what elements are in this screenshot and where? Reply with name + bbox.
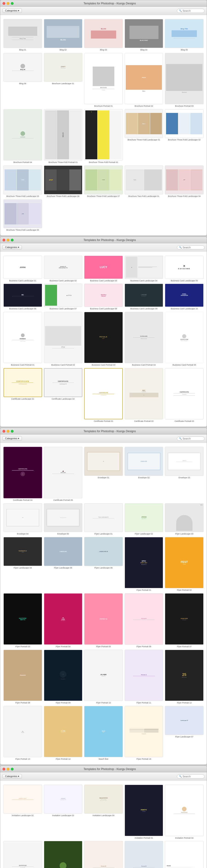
list-item[interactable]: ROYALE 16 Business Card Portrait 03 <box>84 312 123 366</box>
search-box-2[interactable]: 🔍 <box>177 245 205 249</box>
list-item[interactable]: CERTIFICATE of Achievement Certificate L… <box>3 368 42 423</box>
list-item[interactable]: FLYER Portrait 14 Flyer Portrait 14 <box>44 706 83 761</box>
list-item[interactable]: LANDSCAPE Flyer Landscape 05 <box>44 537 83 591</box>
close-button[interactable] <box>2 430 5 433</box>
close-button[interactable] <box>2 239 5 242</box>
search-input-4[interactable] <box>183 775 203 778</box>
list-item[interactable]: BLOG POST Blog 04 <box>125 19 163 51</box>
list-item[interactable]: EPIC PARTY 2017 AUGUST 01 Flyer Portrait… <box>125 537 163 591</box>
list-item[interactable]: CERTIFICATE Landscape 02 Certificate Lan… <box>44 368 83 423</box>
close-button[interactable] <box>2 768 5 771</box>
list-item[interactable]: JOGA yoga fitness Flyer Landscape 02 <box>125 503 163 535</box>
search-box-3[interactable]: 🔍 <box>177 436 205 441</box>
list-item[interactable]: 🚲 FLYER Flyer Portrait 13 <box>3 706 42 761</box>
search-box-1[interactable]: 🔍 <box>177 9 205 13</box>
list-item[interactable]: Portrait 11 Flyer Portrait 11 <box>125 650 163 704</box>
list-item[interactable]: PIZZA Menu Brochure Portrait 02 <box>125 53 163 107</box>
list-item[interactable]: CERTIFICATE Portrait 03 Certificate Port… <box>165 368 204 423</box>
list-item[interactable]: L'AMOUR Envelope 03 <box>165 447 204 501</box>
minimize-button[interactable] <box>7 2 9 5</box>
minimize-button[interactable] <box>7 768 9 771</box>
maximize-button[interactable] <box>11 2 14 5</box>
list-item[interactable]: WeddingPlanner Business Card Landscape 0… <box>84 284 123 310</box>
list-item[interactable]: ✕ CUISINE Business Card Landscape 05 <box>165 256 204 282</box>
list-item[interactable]: Portrait 08 Flyer Portrait 08 <box>3 650 42 704</box>
list-item[interactable]: FEST festival Flyer Portrait 02 <box>165 537 204 591</box>
list-item[interactable]: Landscape 07 Flyer Landscape 07 <box>165 706 204 761</box>
list-item[interactable]: A Brochure Three-Fold Portrait 02 <box>84 109 123 164</box>
list-item[interactable]: ELECTRONICBEAT DJ Flyer Portrait 03 <box>3 593 42 648</box>
categories-button[interactable]: Categories ▾ <box>2 8 22 13</box>
list-item[interactable]: Invoice Invoice 01 <box>165 841 204 868</box>
list-item[interactable]: FOOD FOOD restaurant Flyer Portrait 07 <box>165 593 204 648</box>
maximize-button[interactable] <box>11 768 14 771</box>
list-item[interactable]: ✉ Envelope 01 <box>84 447 123 501</box>
list-item[interactable]: Portrait 16 Flyer Portrait 16 <box>125 706 163 761</box>
list-item[interactable]: BUSINESS Card Portrait Business Card Por… <box>3 312 42 366</box>
list-item[interactable]: .anew. Business Card Landscape 01 <box>3 256 42 282</box>
list-item[interactable]: DEGUSTATION OCT 01 2015 Room 4pm 7pm Inv… <box>84 785 123 839</box>
list-item[interactable]: CRAFT Brochure Brochure Landscape 01 <box>44 53 83 107</box>
list-item[interactable]: ENVELOPE 05 Envelope 05 <box>44 503 83 535</box>
categories-button-3[interactable]: Categories ▾ <box>2 436 22 441</box>
list-item[interactable]: SURNAME Business Card Business Card Port… <box>125 312 163 366</box>
maximize-button[interactable] <box>11 430 14 433</box>
maximize-button[interactable] <box>11 239 14 242</box>
list-item[interactable]: BLOG Blog 02 <box>44 19 83 51</box>
list-item[interactable]: 40ANNI VERSARY Flyer Portrait 04 <box>44 593 83 648</box>
list-item[interactable]: GARDEN Brochure Portrait 04 <box>3 109 42 164</box>
list-item[interactable]: Menu Brochure Three-Fold Landscape 01 <box>125 109 163 164</box>
list-item[interactable]: LAKESIDE landscapes Business Card Landsc… <box>125 284 163 310</box>
list-item[interactable]: STYLE Business Card Portrait 02 <box>44 312 83 366</box>
minimize-button[interactable] <box>7 239 9 242</box>
list-item[interactable]: NOTARE Brochure Three-Fold Portrait 01 <box>44 109 83 164</box>
list-item[interactable]: Portrait 06 Invitation Portrait 06 <box>125 841 163 868</box>
list-item[interactable]: THREE Brochure Three-Fold Landscape 03 <box>3 165 42 197</box>
list-item[interactable]: 🎩DIPLOMA Certificate Portrait 05 <box>44 447 83 501</box>
list-item[interactable]: LAW Brochure Three-Fold Landscape 05 <box>3 199 42 231</box>
list-item[interactable]: Brochure Three-Fold Landscape 02 <box>165 109 204 164</box>
search-input-2[interactable] <box>183 246 203 249</box>
list-item[interactable]: 50% Flyer Landscape 03 <box>165 503 204 535</box>
list-item[interactable]: SPORT Brochure Three-Fold Landscape 06 <box>44 165 83 197</box>
list-item[interactable]: INVITATION Portrait 03 Invitation Portra… <box>3 841 42 868</box>
minimize-button[interactable] <box>7 430 9 433</box>
list-item[interactable]: Portrait 05 Invitation Portrait 05 <box>84 841 123 868</box>
list-item[interactable]: INVITATION Invitation Portrait 04 <box>165 785 204 839</box>
list-item[interactable]: ◼ Business Card Landscape 04 <box>125 256 163 282</box>
categories-button-4[interactable]: Categories ▾ <box>2 774 22 778</box>
list-item[interactable]: Portrait 06 Flyer Portrait 06 <box>125 593 163 648</box>
list-item[interactable]: beach fest beach fest <box>84 706 123 761</box>
list-item[interactable]: CERTIFICATE of Excellence Certificate Po… <box>84 368 123 423</box>
list-item[interactable]: ENVELOPE Envelope 02 <box>125 447 163 501</box>
list-item[interactable]: CERTIFICATE 1 Certificate Portrait 04 <box>3 447 42 501</box>
list-item[interactable]: BROCHURE Portfolio Brochure Portrait 01 <box>84 53 123 107</box>
list-item[interactable]: SPA Brochure Three-Fold Landscape 04 <box>165 165 204 197</box>
list-item[interactable]: queens &ARCHITECTS Business Card Landsca… <box>44 256 83 282</box>
search-input-1[interactable] <box>183 9 203 12</box>
close-button[interactable] <box>2 2 5 5</box>
categories-button-2[interactable]: Categories ▾ <box>2 245 22 249</box>
list-item[interactable]: PORTRAIT 05 Flyer Portrait 05 <box>84 593 123 648</box>
list-item[interactable]: DANIELJOHANSSON + Business Card Landscap… <box>165 284 204 310</box>
list-item[interactable]: TWO Brochure Two-Fold Landscape 01 <box>125 165 163 197</box>
list-item[interactable]: ▶ STYLE Business Card Landscape 07 <box>44 284 83 310</box>
list-item[interactable]: BC Business Card Landscape 06 <box>3 284 42 310</box>
list-item[interactable]: FOOD Brochure Three-Fold Landscape 07 <box>84 165 123 197</box>
list-item[interactable]: PARTY invitation Invitation Portrait 01 <box>125 785 163 839</box>
list-item[interactable]: handwerk.in crafts Flyer Landscape 04 <box>3 537 42 591</box>
search-box-4[interactable]: 🔍 <box>177 774 205 778</box>
list-item[interactable]: BEST Certificate ★ Certificate Portrait … <box>125 368 163 423</box>
search-input-3[interactable] <box>183 437 203 440</box>
list-item[interactable]: Blog 06 Blog 06 <box>3 53 42 107</box>
list-item[interactable]: Invitation Landscape 03 Invitation Lands… <box>44 785 83 839</box>
list-item[interactable]: 04 Envelope 04 <box>3 503 42 535</box>
list-item[interactable]: BLOG Blog 03 <box>84 19 123 51</box>
list-item[interactable]: LUCY Business Card Landscape 03 <box>84 256 123 282</box>
list-item[interactable]: ○ Portrait 09 Flyer Portrait 09 <box>44 650 83 704</box>
list-item[interactable]: FLYER Portrait 10 Flyer Portrait 10 <box>84 650 123 704</box>
list-item[interactable]: 25 Anniversary Flyer Portrait 12 <box>165 650 204 704</box>
list-item[interactable]: Brochure Brochure Portrait 03 <box>165 53 204 107</box>
list-item[interactable]: Blog Title Blog 05 <box>165 19 204 51</box>
list-item[interactable]: veggie Invitation Portrait 04 <box>44 841 83 868</box>
